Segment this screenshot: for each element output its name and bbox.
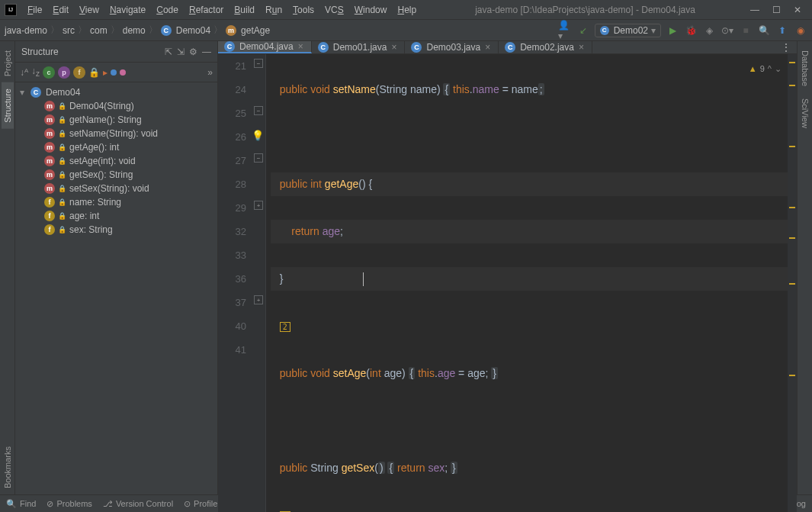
hide-panel-icon[interactable]: — xyxy=(202,47,211,57)
filter-pink-icon[interactable] xyxy=(120,69,126,76)
structure-tree: ▾ C Demo04 m🔒Demo04(String)m🔒getName(): … xyxy=(15,82,217,494)
menu-tools[interactable]: Tools xyxy=(288,3,319,17)
show-classes-icon[interactable]: c xyxy=(43,66,55,79)
lock-icon: 🔒 xyxy=(58,157,66,165)
editor-tab[interactable]: CDemo02.java× xyxy=(499,41,592,53)
menu-code[interactable]: Code xyxy=(152,3,183,17)
tab-project[interactable]: Project xyxy=(2,44,14,82)
fold-icon[interactable]: + xyxy=(254,201,263,210)
crumb-method[interactable]: getAge xyxy=(241,25,270,36)
marker-strip[interactable] xyxy=(788,54,797,512)
tab-close-icon[interactable]: × xyxy=(577,42,586,53)
fold-badge[interactable]: 2 xyxy=(280,322,290,332)
field-icon: f xyxy=(44,211,55,221)
editor-tab[interactable]: CDemo03.java× xyxy=(405,41,499,53)
menu-vcs[interactable]: VCS xyxy=(320,3,348,17)
tabs-more-icon[interactable]: ⋮ xyxy=(775,42,797,53)
ide-settings-icon[interactable]: ◉ xyxy=(794,24,807,37)
method-icon: m xyxy=(44,156,55,166)
tree-member[interactable]: f🔒age: int xyxy=(15,209,217,223)
crumb-project[interactable]: java-demo xyxy=(5,25,47,36)
profile-button[interactable]: ⊙▾ xyxy=(721,24,734,37)
fold-icon[interactable]: − xyxy=(254,59,263,68)
fold-icon[interactable]: − xyxy=(254,106,263,115)
run-button[interactable]: ▶ xyxy=(666,24,679,37)
tree-member[interactable]: m🔒getAge(): int xyxy=(15,140,217,154)
code-area[interactable]: public void setName(String name) { this.… xyxy=(266,54,788,512)
tree-member[interactable]: m🔒setName(String): void xyxy=(15,127,217,140)
menu-view[interactable]: View xyxy=(75,3,104,17)
lock-icon: 🔒 xyxy=(58,198,66,206)
sort-visibility-icon[interactable]: ↓z xyxy=(31,66,40,78)
titlebar: IJ File Edit View Navigate Code Refactor… xyxy=(0,0,812,20)
more-toolbar-icon[interactable]: » xyxy=(207,67,213,78)
editor-tab[interactable]: CDemo01.java× xyxy=(312,41,406,53)
expand-icon[interactable]: ⇱ xyxy=(165,47,172,57)
tab-database[interactable]: Database xyxy=(799,44,811,92)
file-icon: C xyxy=(411,42,422,53)
stop-button[interactable]: ■ xyxy=(739,24,753,37)
menu-refactor[interactable]: Refactor xyxy=(185,3,228,17)
maximize-button[interactable]: ☐ xyxy=(771,5,782,15)
crumb-class[interactable]: Demo04 xyxy=(176,25,210,36)
menu-edit[interactable]: Edit xyxy=(48,3,73,17)
menu-help[interactable]: Help xyxy=(393,3,421,17)
tool-vcs[interactable]: ⎇ Version Control xyxy=(103,499,173,509)
close-button[interactable]: ✕ xyxy=(792,5,803,15)
app-icon: IJ xyxy=(5,4,17,16)
fold-icon[interactable]: + xyxy=(254,295,263,304)
tree-member[interactable]: f🔒sex: String xyxy=(15,223,217,237)
tab-structure[interactable]: Structure xyxy=(2,82,14,129)
file-icon: C xyxy=(318,42,329,53)
tool-find[interactable]: 🔍 Find xyxy=(6,499,36,509)
show-properties-icon[interactable]: p xyxy=(58,66,70,79)
menu-window[interactable]: Window xyxy=(350,3,392,17)
debug-button[interactable]: 🐞 xyxy=(684,24,698,37)
tool-profiler[interactable]: ⊙ Profiler xyxy=(184,499,220,509)
coverage-button[interactable]: ◈ xyxy=(702,24,716,37)
menu-navigate[interactable]: Navigate xyxy=(105,3,150,17)
sort-alpha-icon[interactable]: ↓ᴬ xyxy=(20,67,28,78)
autoscroll-icon[interactable]: ▸ xyxy=(103,67,108,78)
tool-problems[interactable]: ⊘ Problems xyxy=(47,499,91,509)
show-nonpublic-icon[interactable]: 🔒 xyxy=(88,67,100,78)
intention-bulb-icon[interactable]: 💡 xyxy=(252,130,264,141)
tree-member[interactable]: m🔒getSex(): String xyxy=(15,168,217,182)
tab-close-icon[interactable]: × xyxy=(390,42,398,53)
menu-run[interactable]: Run xyxy=(261,3,287,17)
member-label: setAge(int): void xyxy=(69,156,136,166)
menu-build[interactable]: Build xyxy=(229,3,259,17)
inspection-widget[interactable]: ▲ 9 ^⌄ xyxy=(749,57,782,81)
run-config-selector[interactable]: C Demo02 ▾ xyxy=(595,24,661,37)
tree-member[interactable]: m🔒getName(): String xyxy=(15,113,217,127)
tab-close-icon[interactable]: × xyxy=(483,42,492,53)
editor-body[interactable]: 21242526272829323336374041 − − 💡 − + + p… xyxy=(218,54,797,512)
tab-bookmarks[interactable]: Bookmarks xyxy=(2,440,14,494)
build-icon[interactable]: ↙ xyxy=(576,24,590,37)
tree-member[interactable]: f🔒name: String xyxy=(15,195,217,209)
crumb-demo[interactable]: demo xyxy=(123,25,146,36)
minimize-button[interactable]: — xyxy=(749,5,760,15)
editor-tab[interactable]: CDemo04.java× xyxy=(218,41,312,53)
update-icon[interactable]: ⬆ xyxy=(775,24,789,37)
member-label: getAge(): int xyxy=(69,142,119,153)
show-fields-icon[interactable]: f xyxy=(73,66,85,79)
breadcrumb: java-demo 〉 src 〉 com 〉 demo 〉 C Demo04 … xyxy=(5,24,270,37)
crumb-src[interactable]: src xyxy=(63,25,75,36)
settings-icon[interactable]: ⚙ xyxy=(189,47,197,57)
tab-close-icon[interactable]: × xyxy=(297,41,305,52)
tree-member[interactable]: m🔒Demo04(String) xyxy=(15,99,217,113)
tree-root[interactable]: ▾ C Demo04 xyxy=(15,85,217,99)
add-config-icon[interactable]: 👤▾ xyxy=(558,24,572,37)
tab-sciview[interactable]: SciView xyxy=(799,92,811,134)
warning-count: 9 xyxy=(760,57,765,81)
menu-file[interactable]: File xyxy=(23,3,47,17)
tree-member[interactable]: m🔒setAge(int): void xyxy=(15,154,217,168)
tree-member[interactable]: m🔒setSex(String): void xyxy=(15,182,217,195)
filter-blue-icon[interactable] xyxy=(111,69,117,76)
editor-tabs: CDemo04.java×CDemo01.java×CDemo03.java×C… xyxy=(218,41,797,54)
collapse-icon[interactable]: ⇲ xyxy=(177,47,185,57)
fold-icon[interactable]: − xyxy=(254,153,263,163)
search-icon[interactable]: 🔍 xyxy=(757,24,771,37)
crumb-com[interactable]: com xyxy=(90,25,108,36)
